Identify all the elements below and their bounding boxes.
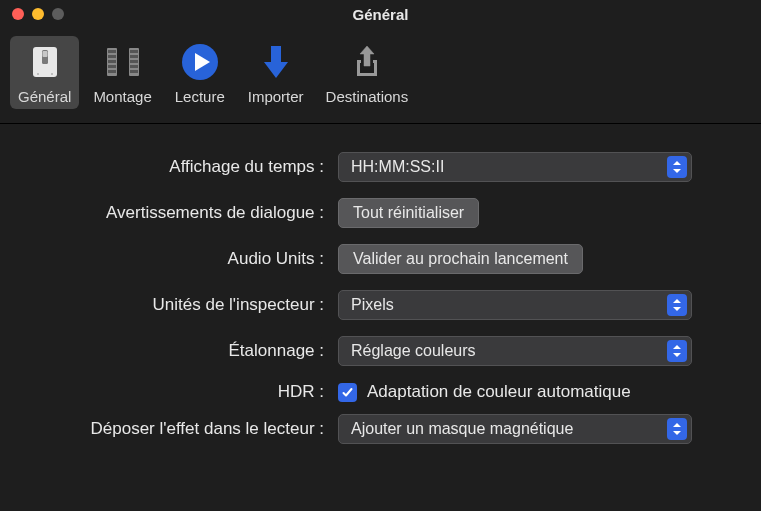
editing-icon (101, 40, 145, 84)
window-title: Général (353, 6, 409, 23)
hdr-checkbox[interactable] (338, 383, 357, 402)
tab-label: Montage (93, 88, 151, 105)
updown-arrows-icon (667, 418, 687, 440)
updown-arrows-icon (667, 156, 687, 178)
drop-effect-label: Déposer l'effet dans le lecteur : (12, 419, 324, 439)
time-display-select[interactable]: HH:MM:SS:II (338, 152, 692, 182)
drop-effect-select[interactable]: Ajouter un masque magnétique (338, 414, 692, 444)
updown-arrows-icon (667, 340, 687, 362)
tab-general[interactable]: Général (10, 36, 79, 109)
button-label: Valider au prochain lancement (353, 250, 568, 268)
svg-rect-18 (271, 46, 281, 64)
drop-effect-row: Déposer l'effet dans le lecteur : Ajoute… (12, 414, 733, 444)
select-value: Réglage couleurs (351, 342, 667, 360)
settings-pane: Affichage du temps : HH:MM:SS:II Avertis… (0, 124, 761, 488)
svg-point-3 (37, 73, 39, 75)
close-button[interactable] (12, 8, 24, 20)
dialog-warnings-row: Avertissements de dialogue : Tout réinit… (12, 198, 733, 228)
svg-rect-8 (108, 60, 116, 63)
inspector-units-select[interactable]: Pixels (338, 290, 692, 320)
preferences-toolbar: Général Montage (0, 28, 761, 124)
general-icon (23, 40, 67, 84)
tab-label: Lecture (175, 88, 225, 105)
tab-label: Destinations (326, 88, 409, 105)
select-value: Ajouter un masque magnétique (351, 420, 667, 438)
select-value: HH:MM:SS:II (351, 158, 667, 176)
select-value: Pixels (351, 296, 667, 314)
audio-units-label: Audio Units : (12, 249, 324, 269)
svg-point-4 (51, 73, 53, 75)
button-label: Tout réinitialiser (353, 204, 464, 222)
import-icon (254, 40, 298, 84)
tab-playback[interactable]: Lecture (166, 36, 234, 109)
color-correction-row: Étalonnage : Réglage couleurs (12, 336, 733, 366)
inspector-units-label: Unités de l'inspecteur : (12, 295, 324, 315)
color-correction-label: Étalonnage : (12, 341, 324, 361)
color-correction-select[interactable]: Réglage couleurs (338, 336, 692, 366)
dialog-warnings-label: Avertissements de dialogue : (12, 203, 324, 223)
share-icon (345, 40, 389, 84)
svg-rect-6 (108, 50, 116, 53)
svg-rect-16 (130, 70, 138, 73)
svg-rect-9 (108, 65, 116, 68)
svg-rect-13 (130, 55, 138, 58)
audio-units-row: Audio Units : Valider au prochain lancem… (12, 244, 733, 274)
window-titlebar: Général (0, 0, 761, 28)
svg-rect-12 (130, 50, 138, 53)
reset-all-button[interactable]: Tout réinitialiser (338, 198, 479, 228)
zoom-button[interactable] (52, 8, 64, 20)
time-display-label: Affichage du temps : (12, 157, 324, 177)
window-controls (12, 8, 64, 20)
updown-arrows-icon (667, 294, 687, 316)
validate-next-launch-button[interactable]: Valider au prochain lancement (338, 244, 583, 274)
tab-editing[interactable]: Montage (85, 36, 159, 109)
svg-rect-10 (108, 70, 116, 73)
tab-destinations[interactable]: Destinations (318, 36, 417, 109)
svg-rect-2 (42, 51, 47, 57)
svg-rect-14 (130, 60, 138, 63)
minimize-button[interactable] (32, 8, 44, 20)
time-display-row: Affichage du temps : HH:MM:SS:II (12, 152, 733, 182)
inspector-units-row: Unités de l'inspecteur : Pixels (12, 290, 733, 320)
tab-import[interactable]: Importer (240, 36, 312, 109)
play-icon (178, 40, 222, 84)
hdr-checkbox-row: Adaptation de couleur automatique (338, 382, 733, 402)
hdr-row: HDR : Adaptation de couleur automatique (12, 382, 733, 402)
hdr-checkbox-label: Adaptation de couleur automatique (367, 382, 631, 402)
hdr-label: HDR : (12, 382, 324, 402)
svg-rect-7 (108, 55, 116, 58)
svg-rect-15 (130, 65, 138, 68)
tab-label: Général (18, 88, 71, 105)
tab-label: Importer (248, 88, 304, 105)
